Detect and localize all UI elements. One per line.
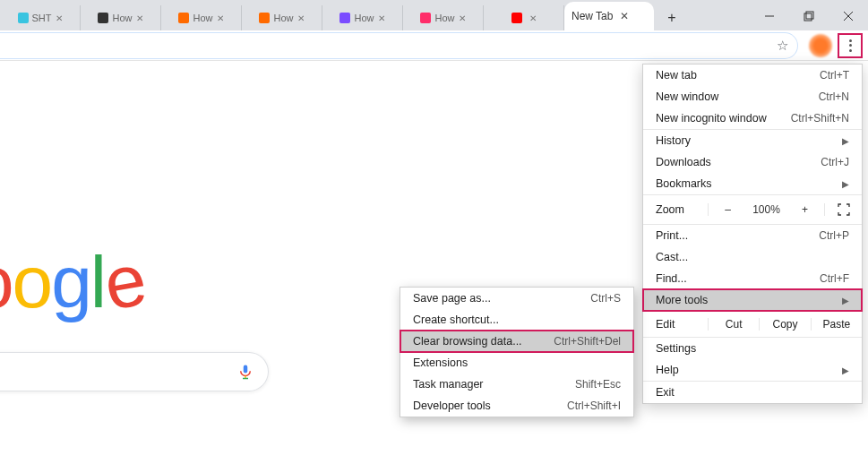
submenu-item-task-manager[interactable]: Task managerShift+Esc [400, 374, 633, 395]
tab-label: How [193, 13, 212, 23]
new-tab-button[interactable]: + [659, 5, 684, 30]
chevron-right-icon: ▶ [842, 136, 849, 146]
edit-copy-button[interactable]: Copy [759, 318, 810, 331]
tab-label: How [273, 13, 293, 23]
menu-item-new-tab[interactable]: New tabCtrl+T [643, 64, 862, 86]
fullscreen-icon [838, 203, 850, 216]
tab-label: How [112, 13, 132, 23]
submenu-item-clear-browsing-data[interactable]: Clear browsing data...Ctrl+Shift+Del [400, 331, 633, 352]
tab-close-icon[interactable]: ✕ [620, 10, 629, 22]
menu-item-help[interactable]: Help▶ [643, 359, 862, 381]
edit-cut-button[interactable]: Cut [708, 318, 759, 331]
zoom-value: 100% [747, 203, 786, 216]
tab-close-icon[interactable]: ✕ [217, 13, 224, 23]
chrome-menu-button[interactable] [838, 33, 863, 58]
tab-close-icon[interactable]: ✕ [56, 13, 63, 23]
zoom-out-button[interactable]: – [709, 203, 747, 216]
zoom-in-button[interactable]: + [786, 203, 824, 216]
tab-strip: SHT✕ How✕ How✕ How✕ How✕ How✕ ✕ New Tab … [0, 0, 868, 30]
favicon [339, 13, 350, 23]
background-tab[interactable]: How✕ [322, 5, 403, 30]
background-tab[interactable]: ✕ [484, 5, 564, 30]
fullscreen-button[interactable] [824, 203, 862, 216]
tab-close-icon[interactable]: ✕ [297, 13, 305, 23]
background-tab[interactable]: How✕ [403, 5, 484, 30]
edit-paste-button[interactable]: Paste [811, 318, 862, 331]
tab-close-icon[interactable]: ✕ [459, 13, 466, 23]
svg-rect-1 [804, 13, 812, 21]
tab-label: How [354, 13, 374, 23]
svg-rect-2 [806, 12, 813, 19]
favicon [511, 13, 522, 23]
background-tab[interactable]: How✕ [81, 5, 161, 30]
chevron-right-icon: ▶ [842, 296, 849, 305]
background-tab[interactable]: How✕ [242, 5, 322, 30]
favicon [18, 13, 29, 23]
favicon [420, 13, 431, 23]
favicon [98, 13, 108, 23]
menu-item-find[interactable]: Find...Ctrl+F [643, 268, 862, 289]
close-window-button[interactable] [829, 2, 868, 30]
zoom-label: Zoom [643, 203, 708, 216]
more-tools-submenu: Save page as...Ctrl+S Create shortcut...… [400, 287, 634, 417]
menu-item-settings[interactable]: Settings [643, 338, 862, 359]
chevron-right-icon: ▶ [842, 365, 849, 375]
background-tab[interactable]: How✕ [161, 5, 242, 30]
menu-item-more-tools[interactable]: More tools▶ [643, 289, 862, 311]
chevron-right-icon: ▶ [842, 179, 849, 189]
bookmark-star-icon[interactable]: ☆ [777, 38, 788, 54]
favicon [259, 13, 270, 23]
window-controls [750, 2, 868, 30]
menu-item-cast[interactable]: Cast... [643, 246, 862, 268]
address-bar[interactable]: ☆ [0, 32, 798, 59]
menu-item-downloads[interactable]: DownloadsCtrl+J [643, 151, 862, 173]
tab-label: SHT [32, 13, 52, 23]
menu-item-zoom: Zoom – 100% + [643, 195, 862, 224]
background-tab[interactable]: SHT✕ [0, 5, 81, 30]
chrome-menu: New tabCtrl+T New windowCtrl+N New incog… [642, 64, 863, 404]
submenu-item-extensions[interactable]: Extensions [400, 352, 633, 374]
tab-label: How [434, 13, 454, 23]
minimize-button[interactable] [750, 2, 789, 30]
tab-close-icon[interactable]: ✕ [378, 13, 385, 23]
search-box[interactable] [0, 352, 269, 391]
menu-item-edit: Edit Cut Copy Paste [643, 312, 862, 337]
menu-item-print[interactable]: Print...Ctrl+P [643, 225, 862, 246]
svg-rect-5 [244, 365, 248, 374]
google-logo: oogle [0, 240, 144, 324]
submenu-item-save-page[interactable]: Save page as...Ctrl+S [400, 288, 633, 309]
kebab-icon [849, 39, 852, 52]
edit-label: Edit [643, 318, 708, 331]
menu-item-new-window[interactable]: New windowCtrl+N [643, 86, 862, 107]
submenu-item-developer-tools[interactable]: Developer toolsCtrl+Shift+I [400, 395, 633, 417]
submenu-item-create-shortcut[interactable]: Create shortcut... [400, 309, 633, 331]
menu-item-history[interactable]: History▶ [643, 130, 862, 151]
menu-item-exit[interactable]: Exit [643, 382, 862, 403]
favicon [178, 13, 189, 23]
tab-close-icon[interactable]: ✕ [529, 13, 537, 23]
profile-avatar[interactable] [809, 34, 832, 57]
toolbar: ☆ [0, 30, 868, 61]
menu-item-incognito[interactable]: New incognito windowCtrl+Shift+N [643, 107, 862, 129]
microphone-icon[interactable] [237, 362, 254, 382]
menu-item-bookmarks[interactable]: Bookmarks▶ [643, 173, 862, 194]
tab-close-icon[interactable]: ✕ [136, 13, 143, 23]
maximize-button[interactable] [789, 2, 829, 30]
tab-label: New Tab [572, 10, 613, 22]
active-tab[interactable]: New Tab ✕ [564, 2, 654, 30]
